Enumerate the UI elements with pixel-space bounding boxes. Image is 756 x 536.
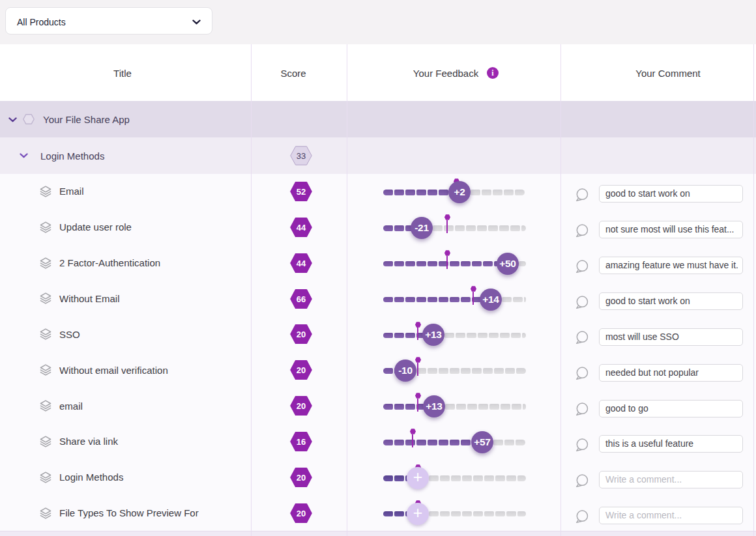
svg-text:20: 20: [297, 472, 306, 482]
svg-text:44: 44: [297, 258, 306, 268]
svg-text:20: 20: [297, 330, 306, 339]
svg-text:66: 66: [297, 294, 306, 303]
svg-text:16: 16: [297, 436, 306, 446]
svg-text:20: 20: [297, 365, 306, 375]
svg-text:33: 33: [297, 151, 306, 161]
svg-text:20: 20: [297, 401, 306, 411]
svg-text:44: 44: [297, 222, 306, 232]
svg-text:20: 20: [297, 508, 306, 518]
svg-text:52: 52: [297, 186, 306, 196]
